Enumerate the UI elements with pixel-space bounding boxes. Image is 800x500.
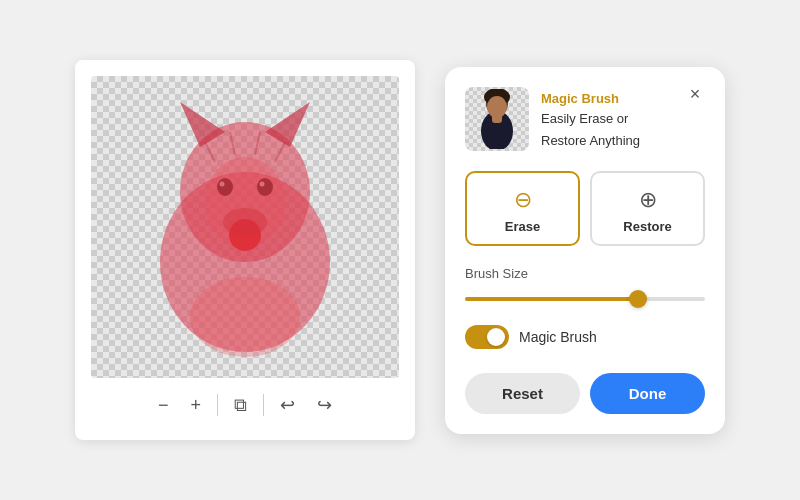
- toolbar-divider-1: [217, 394, 218, 416]
- close-button[interactable]: ×: [681, 81, 709, 109]
- slider-fill: [465, 297, 638, 301]
- svg-point-15: [190, 277, 300, 357]
- svg-point-5: [217, 178, 233, 196]
- layers-button[interactable]: ⧉: [228, 391, 253, 420]
- preview-title: Magic Brush: [541, 91, 640, 106]
- restore-icon: ⊕: [639, 187, 657, 213]
- canvas-image: [91, 76, 399, 378]
- erase-label: Erase: [505, 219, 540, 234]
- preview-desc-line2: Restore Anything: [541, 132, 640, 150]
- done-button[interactable]: Done: [590, 373, 705, 414]
- toolbar-divider-2: [263, 394, 264, 416]
- brush-size-slider[interactable]: [465, 289, 705, 309]
- preview-desc-line1: Easily Erase or: [541, 110, 640, 128]
- mode-buttons: ⊖ Erase ⊕ Restore: [465, 171, 705, 246]
- slider-thumb[interactable]: [629, 290, 647, 308]
- erase-button[interactable]: ⊖ Erase: [465, 171, 580, 246]
- svg-point-10: [223, 208, 267, 236]
- wolf-image: [91, 76, 399, 378]
- preview-section: Magic Brush Easily Erase or Restore Anyt…: [465, 87, 705, 151]
- restore-button[interactable]: ⊕ Restore: [590, 171, 705, 246]
- zoom-in-button[interactable]: +: [185, 391, 208, 420]
- preview-thumbnail: [465, 87, 529, 151]
- magic-brush-panel: ×: [445, 67, 725, 434]
- svg-point-8: [260, 182, 265, 187]
- person-thumbnail: [465, 87, 529, 151]
- reset-button[interactable]: Reset: [465, 373, 580, 414]
- toggle-knob: [487, 328, 505, 346]
- svg-point-20: [487, 96, 507, 118]
- canvas-area: − + ⧉ ↩ ↪: [75, 60, 415, 440]
- scene: − + ⧉ ↩ ↪ ×: [0, 0, 800, 500]
- brush-size-section: Brush Size: [465, 266, 705, 309]
- svg-point-6: [220, 182, 225, 187]
- canvas-toolbar: − + ⧉ ↩ ↪: [152, 390, 338, 420]
- redo-button[interactable]: ↪: [311, 390, 338, 420]
- wolf-svg: [125, 87, 365, 367]
- magic-brush-toggle-label: Magic Brush: [519, 329, 597, 345]
- undo-button[interactable]: ↩: [274, 390, 301, 420]
- magic-brush-toggle[interactable]: [465, 325, 509, 349]
- slider-track: [465, 297, 705, 301]
- svg-point-7: [257, 178, 273, 196]
- zoom-out-button[interactable]: −: [152, 391, 175, 420]
- restore-label: Restore: [623, 219, 671, 234]
- magic-brush-toggle-row: Magic Brush: [465, 325, 705, 349]
- brush-size-label: Brush Size: [465, 266, 705, 281]
- preview-text: Magic Brush Easily Erase or Restore Anyt…: [541, 87, 640, 150]
- person-svg: [469, 89, 525, 149]
- action-buttons: Reset Done: [465, 373, 705, 414]
- erase-icon: ⊖: [514, 187, 532, 213]
